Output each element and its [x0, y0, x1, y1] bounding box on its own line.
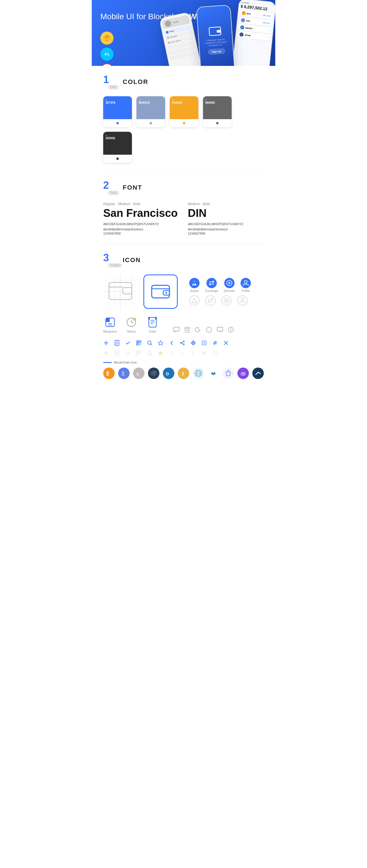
- svg-point-38: [238, 296, 248, 305]
- icon-section-number: 3 THREE: [103, 253, 118, 268]
- svg-line-96: [151, 354, 152, 356]
- phone-mockup-portfolio: myWallet $ 6,297,502.12 ₿BTC 738-2003 ΞE…: [232, 0, 275, 66]
- nav-icon-discover-outline: [221, 296, 232, 306]
- sync-icon-dim: [201, 350, 207, 356]
- svg-rect-93: [139, 351, 141, 353]
- svg-rect-19: [123, 288, 132, 294]
- svg-point-53: [185, 327, 190, 329]
- qr-icon: [136, 340, 142, 346]
- nav-icon-assets-outline: [189, 296, 200, 306]
- svg-rect-92: [137, 351, 139, 353]
- app-icons-row: Mangment History Order: [103, 316, 264, 333]
- wallet-icon-showcase: Assets Exchange D: [103, 274, 264, 309]
- left-arrow-icon-dim: [169, 350, 174, 356]
- svg-point-34: [205, 296, 215, 305]
- share-icon-dim: [179, 350, 185, 356]
- svg-rect-7: [217, 30, 221, 33]
- svg-line-76: [151, 344, 152, 345]
- svg-point-33: [190, 296, 199, 305]
- svg-marker-77: [158, 341, 163, 345]
- utility-icons-row-dim: [103, 350, 264, 356]
- gear-icon: [190, 340, 196, 346]
- icon-wallet-filled: [143, 274, 178, 309]
- plus-icon: [103, 340, 109, 346]
- icon-management: Mangment: [103, 316, 117, 333]
- tool-badges: Ps 60+ Screens: [101, 32, 114, 66]
- svg-text:Z: Z: [182, 372, 185, 376]
- svg-point-37: [226, 300, 227, 301]
- icon-title: ICON: [123, 256, 141, 264]
- document-icon-dim: [114, 350, 120, 356]
- color-swatch-slate: # 8DA0C8: [137, 96, 165, 127]
- blk-icon: [148, 368, 160, 379]
- nav-icon-profile-outline: [237, 296, 248, 306]
- svg-point-81: [192, 342, 194, 344]
- info-icon: [227, 326, 234, 333]
- svg-text:Ł: Ł: [137, 372, 139, 376]
- share-icon: [179, 340, 185, 346]
- svg-rect-69: [140, 341, 140, 342]
- phone-mockup-menu: Profile Wallet Message Red Cabinet: [159, 12, 203, 66]
- color-section: 1 ONE COLOR # 3574FA # 8DA0C8 # F5A623: [92, 66, 275, 171]
- color-swatch-gray: # 666666: [203, 96, 232, 127]
- zec-icon: Z: [178, 368, 189, 379]
- nav-icon-exchange-outline: [205, 296, 216, 306]
- svg-marker-5: [105, 40, 109, 41]
- ps-badge: Ps: [101, 48, 114, 61]
- nav-icon-profile: Profile: [241, 278, 251, 292]
- font-grid: Regular · Medium · Bold San Francisco AB…: [103, 202, 264, 235]
- nav-icon-discover: Discover: [224, 278, 235, 292]
- grid-coin-icon: [193, 368, 204, 379]
- misc-icons-row: [173, 326, 234, 333]
- icon-history: History: [125, 316, 138, 333]
- check-icon-dim: [125, 350, 131, 356]
- color-swatches: # 3574FA # 8DA0C8 # F5A623 # 666666: [103, 96, 264, 163]
- btc-icon: ₿: [103, 368, 115, 379]
- nav-icons-group: Assets Exchange D: [189, 278, 251, 306]
- font-sf: Regular · Medium · Bold San Francisco AB…: [103, 202, 179, 235]
- svg-point-27: [206, 278, 217, 288]
- svg-rect-94: [137, 353, 139, 355]
- sync-icon: [212, 340, 218, 346]
- color-section-header: 1 ONE COLOR: [103, 74, 264, 89]
- stack-icon: [184, 326, 191, 333]
- icon-grid: [103, 274, 138, 309]
- svg-text:D: D: [166, 372, 169, 376]
- ltc-icon: Ł: [133, 368, 144, 379]
- svg-point-100: [215, 352, 215, 353]
- dash-icon: D: [163, 368, 174, 379]
- svg-rect-68: [137, 341, 138, 342]
- svg-rect-89: [115, 351, 119, 356]
- nav-icon-assets: Assets: [189, 278, 200, 292]
- moon-icon: [195, 326, 202, 333]
- check-icon: [125, 340, 131, 346]
- svg-point-58: [230, 328, 231, 329]
- svg-rect-21: [152, 285, 169, 298]
- icon-section: 3 THREE ICON: [92, 244, 275, 388]
- star-icon-filled: [158, 350, 163, 356]
- svg-point-78: [183, 341, 185, 342]
- svg-point-80: [180, 342, 181, 343]
- svg-point-54: [206, 327, 211, 332]
- nav-icon-exchange: Exchange: [205, 278, 218, 292]
- svg-point-30: [228, 282, 230, 284]
- plus-icon-dim: [103, 350, 109, 356]
- icon-wireframe-container: [103, 274, 138, 309]
- svg-rect-51: [155, 317, 157, 320]
- chat-icon: [173, 326, 180, 333]
- svg-point-24: [165, 292, 167, 293]
- search-icon: [147, 340, 152, 346]
- svg-rect-71: [139, 343, 140, 344]
- svg-rect-52: [173, 327, 179, 331]
- svg-marker-97: [158, 351, 163, 355]
- hero-section: Mobile UI for Blockchain Wallet UI Kit P…: [92, 0, 275, 66]
- svg-rect-74: [140, 343, 141, 344]
- eth-icon: Ξ: [118, 368, 130, 379]
- svg-rect-55: [217, 327, 223, 331]
- svg-text:₿: ₿: [106, 371, 109, 376]
- stellar-icon: [252, 368, 264, 379]
- svg-rect-70: [137, 344, 138, 345]
- svg-marker-114: [226, 370, 230, 372]
- color-swatch-dark: # 303030: [103, 132, 132, 163]
- font-din: Medium · Bold DIN ABCDEFGHIJKLMNOPQRSTUV…: [188, 202, 264, 235]
